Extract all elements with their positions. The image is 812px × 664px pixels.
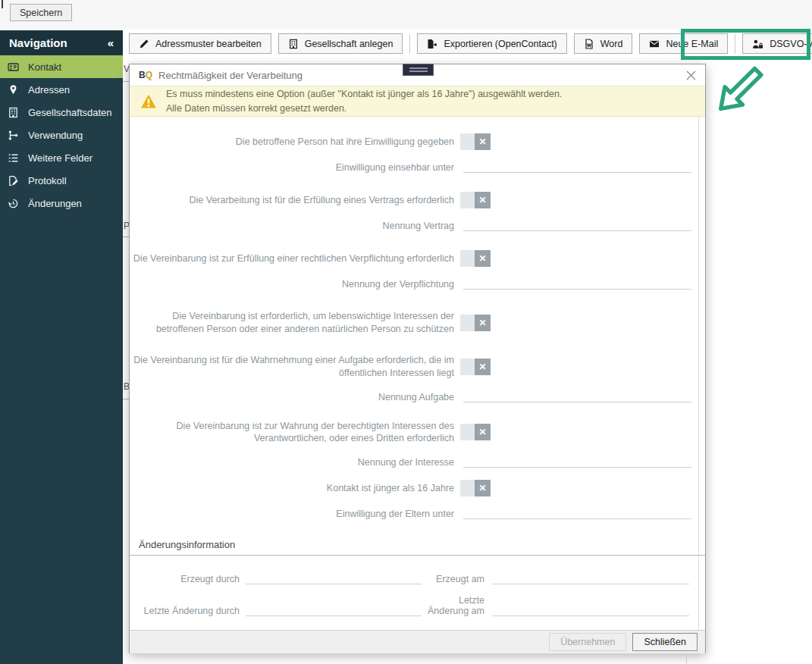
button-label: Word (600, 39, 623, 49)
sidebar-item-weitere-felder[interactable]: Weitere Felder (0, 146, 123, 169)
user-lock-icon (752, 39, 763, 49)
toggle-label-lebenswichtige-interessen: Die Vereinbarung ist erforderlich, um le… (130, 310, 460, 336)
sidebar-item-label: Änderungen (28, 198, 82, 209)
warning-line-1: Es muss mindestens eine Option (außer "K… (166, 87, 562, 101)
sidebar-item-protokoll[interactable]: Protokoll (0, 169, 123, 192)
toggle-off-x-icon: ✕ (475, 359, 491, 375)
navigation-sidebar: Navigation « Kontakt Adressen Gesellscha… (0, 30, 123, 664)
schliessen-button[interactable]: Schließen (632, 633, 698, 651)
toggle-label-verpflichtung: Die Vereinbarung ist zur Erfüllung einer… (130, 252, 460, 265)
uebernehmen-button[interactable]: Übernehmen (549, 633, 626, 651)
sidebar-item-gesellschaftsdaten[interactable]: Gesellschaftsdaten (0, 101, 123, 124)
word-button[interactable]: Word (574, 33, 633, 54)
validation-warning-banner: Es muss mindestens eine Option (außer "K… (130, 86, 705, 117)
field-label: Einwilligung der Eltern unter (130, 509, 460, 519)
einwilligung-der-eltern-input[interactable] (463, 506, 691, 519)
letzte-aenderung-durch-input[interactable] (246, 604, 422, 616)
nennung-der-verpflichtung-input[interactable] (463, 277, 691, 290)
sidebar-item-label: Adressen (28, 84, 70, 96)
sidebar-item-verwendung[interactable]: Verwendung (0, 124, 123, 146)
letzte-aenderung-am-input[interactable] (492, 604, 689, 616)
action-toolbar: Adressmuster bearbeiten Gesellschaft anl… (129, 33, 812, 54)
history-icon (8, 198, 19, 209)
clipped-background-divider (123, 399, 129, 399)
field-label: Nennung Vertrag (130, 221, 460, 231)
toggle-berechtigte-interessen[interactable]: ✕ (460, 424, 491, 440)
sidebar-item-label: Kontakt (28, 61, 61, 73)
save-button[interactable]: Speichern (10, 4, 72, 21)
warning-line-2: Alle Daten müssen korrekt gesetzt werden… (166, 102, 562, 115)
field-label: Letzte Änderung am (422, 595, 484, 616)
einwilligung-einsehbar-unter-input[interactable] (463, 160, 691, 173)
sidebar-item-label: Weitere Felder (28, 152, 92, 164)
erzeugt-am-input[interactable] (492, 572, 689, 584)
toggle-einwilligung-gegeben[interactable]: ✕ (460, 133, 491, 150)
envelope-icon (649, 39, 660, 49)
warning-icon (140, 93, 157, 109)
annotation-arrow-icon (707, 65, 767, 115)
clipped-background-divider (686, 653, 687, 664)
button-label: Adressmuster bearbeiten (155, 39, 262, 49)
navigation-title: Navigation (9, 36, 67, 49)
toggle-knob (460, 192, 475, 208)
toggle-label-oeffentliches-interesse: Die Vereinbarung ist für die Wahrnehmung… (130, 354, 460, 380)
top-bar: Speichern (0, 0, 812, 29)
toolbar-separator (409, 34, 410, 54)
toggle-off-x-icon: ✕ (475, 192, 491, 208)
toggle-knob (460, 133, 475, 150)
nennung-vertrag-input[interactable] (463, 218, 691, 231)
close-icon (686, 70, 696, 80)
field-label: Letzte Änderung durch (130, 606, 240, 616)
dialog-title: Rechtmäßigkeit der Verarbeitung (158, 70, 303, 81)
dialog-drag-handle[interactable] (403, 64, 434, 76)
field-label: Einwilligung einsehbar unter (130, 162, 460, 173)
building-icon (288, 39, 299, 49)
toggle-off-x-icon: ✕ (475, 250, 491, 267)
sidebar-item-kontakt[interactable]: Kontakt (0, 55, 123, 78)
toggle-knob (460, 250, 475, 267)
erzeugt-durch-input[interactable] (246, 572, 422, 584)
dsgvo-verarbeitung-button[interactable]: DSGVO-Verarbeitung (742, 33, 812, 54)
branch-icon (8, 130, 19, 141)
sidebar-item-label: Verwendung (28, 130, 83, 141)
toggle-label-einwilligung: Die betroffene Person hat ihre Einwillig… (130, 136, 460, 149)
id-card-icon (8, 61, 19, 73)
content-edge-line (698, 117, 699, 630)
toggle-oeffentliches-interesse[interactable]: ✕ (460, 359, 491, 375)
toggle-rechtliche-verpflichtung[interactable]: ✕ (460, 250, 491, 267)
toggle-knob (460, 315, 475, 331)
dialog-footer: Übernehmen Schließen (130, 630, 705, 653)
toggle-off-x-icon: ✕ (475, 480, 491, 496)
sidebar-item-adressen[interactable]: Adressen (0, 78, 123, 101)
building-icon (8, 107, 19, 118)
gesellschaft-anlegen-button[interactable]: Gesellschaft anlegen (278, 33, 403, 54)
button-label: Neue E-Mail (666, 39, 718, 49)
toggle-vertrag-erforderlich[interactable]: ✕ (460, 192, 491, 208)
toggle-juenger-als-16[interactable]: ✕ (460, 480, 491, 496)
toggle-lebenswichtige-interessen[interactable]: ✕ (460, 315, 491, 331)
toggle-off-x-icon: ✕ (475, 133, 491, 150)
sidebar-item-aenderungen[interactable]: Änderungen (0, 192, 123, 215)
pencil-icon (139, 39, 149, 49)
sidebar-item-label: Gesellschaftsdaten (28, 107, 112, 118)
change-info-section-title: Änderungsinformation (130, 539, 705, 555)
toggle-knob (460, 359, 475, 375)
toggle-off-x-icon: ✕ (475, 424, 491, 440)
exportieren-opencontact-button[interactable]: Exportieren (OpenContact) (417, 33, 566, 54)
neue-email-button[interactable]: Neue E-Mail (639, 33, 728, 54)
nennung-aufgabe-input[interactable] (463, 390, 691, 402)
nennung-der-interesse-input[interactable] (463, 455, 691, 468)
close-dialog-button[interactable] (686, 70, 696, 80)
toggle-label-vertrag: Die Verarbeitung ist für die Erfüllung e… (130, 194, 460, 207)
field-label: Nennung der Interesse (130, 457, 460, 468)
field-label: Erzeugt durch (130, 574, 240, 584)
adressmuster-bearbeiten-button[interactable]: Adressmuster bearbeiten (129, 33, 271, 54)
button-label: Exportieren (OpenContact) (444, 39, 556, 49)
file-export-icon (427, 39, 437, 49)
field-label: Nennung Aufgabe (130, 392, 460, 402)
clipped-background-divider (123, 81, 129, 82)
file-pen-icon (8, 175, 19, 186)
collapse-sidebar-icon[interactable]: « (108, 36, 114, 49)
toggle-off-x-icon: ✕ (475, 315, 491, 331)
clipped-background-divider (123, 236, 129, 237)
